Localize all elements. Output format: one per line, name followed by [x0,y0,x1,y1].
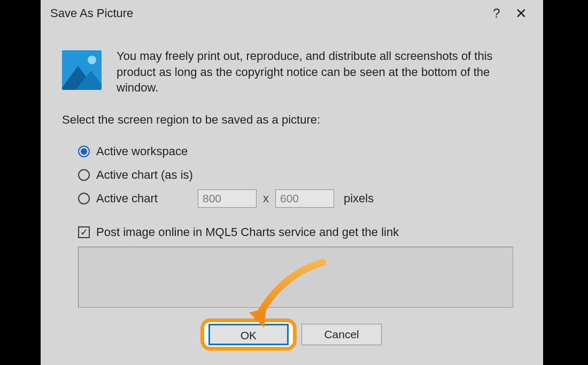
picture-icon [62,50,102,90]
close-button[interactable]: ✕ [509,5,533,22]
radio-icon [78,146,90,157]
help-button[interactable]: ? [484,6,509,21]
option-active-workspace[interactable]: Active workspace [78,140,522,163]
post-online-checkbox[interactable]: ✓ Post image online in MQL5 Charts servi… [78,225,522,239]
radio-icon [78,169,90,181]
titlebar: Save As Picture ? ✕ [41,0,543,27]
region-options: Active workspace Active chart (as is) Ac… [62,140,522,210]
option-label: Active chart (as is) [96,168,193,182]
check-icon: ✓ [80,227,88,237]
option-label: Active workspace [96,145,188,158]
option-label: Active chart [96,192,198,206]
ok-button[interactable]: OK [208,324,289,345]
height-input[interactable]: 600 [275,189,334,208]
ok-highlight: OK [200,318,297,351]
button-row: OK Cancel [62,318,522,351]
option-active-chart-asis[interactable]: Active chart (as is) [78,163,522,187]
save-as-picture-dialog: Save As Picture ? ✕ You may freely print… [41,0,543,365]
dialog-content: You may freely print out, reproduce, and… [41,27,543,351]
size-separator: x [263,192,269,206]
link-output-box [78,247,513,308]
dialog-title: Save As Picture [50,6,484,20]
region-prompt: Select the screen region to be saved as … [62,113,522,127]
cancel-button[interactable]: Cancel [301,324,382,345]
radio-icon [78,193,90,204]
intro-text: You may freely print out, reproduce, and… [117,48,512,96]
pixels-label: pixels [344,192,374,206]
checkbox-icon: ✓ [78,226,90,238]
checkbox-label: Post image online in MQL5 Charts service… [96,225,399,239]
width-input[interactable]: 800 [198,189,257,208]
intro-row: You may freely print out, reproduce, and… [62,48,522,96]
option-active-chart-custom[interactable]: Active chart 800 x 600 pixels [78,187,522,210]
